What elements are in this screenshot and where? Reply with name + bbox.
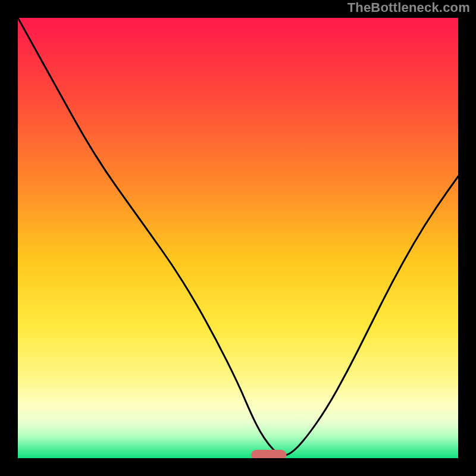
chart-svg bbox=[18, 18, 458, 458]
optimum-marker bbox=[251, 450, 286, 458]
gradient-background bbox=[18, 18, 458, 458]
plot-area bbox=[18, 18, 458, 458]
watermark-text: TheBottleneck.com bbox=[347, 0, 470, 15]
chart-frame: TheBottleneck.com bbox=[0, 0, 476, 476]
